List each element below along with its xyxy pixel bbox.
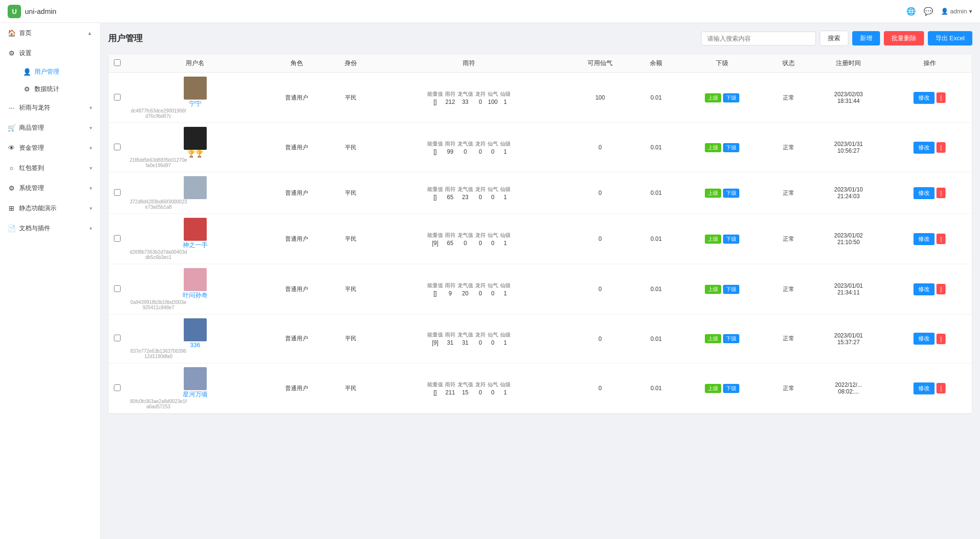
up-button-1[interactable]: 上级 xyxy=(705,143,721,152)
edit-button-2[interactable]: 修改 xyxy=(913,187,935,199)
sidebar-item-system[interactable]: ⚙ 系统管理 ▾ xyxy=(0,178,100,198)
user-name-0[interactable]: 宁宁 xyxy=(130,100,260,108)
edit-button-1[interactable]: 修改 xyxy=(913,142,935,154)
edit-button-4[interactable]: 修改 xyxy=(913,283,935,295)
avail-qi-1: 0 xyxy=(566,123,635,172)
down-button-3[interactable]: 下级 xyxy=(723,235,739,244)
status-1: 正常 xyxy=(767,123,810,172)
table-row: 372d8d4283bd66f3000023e73a05b1a8 普通用户平民 … xyxy=(109,172,972,214)
down-button-2[interactable]: 下级 xyxy=(723,189,739,198)
main-content: 用户管理 搜索 新增 批量删除 导出 Excel 用户名 角色 身份 雨符 xyxy=(100,23,980,539)
actions-4: 修改 | xyxy=(887,264,972,314)
sidebar-item-redpack[interactable]: ○ 红包签到 ▾ xyxy=(0,158,100,178)
up-button-6[interactable]: 上级 xyxy=(705,384,721,393)
col-identity: 身份 xyxy=(329,54,372,73)
col-role: 角色 xyxy=(264,54,329,73)
user-name-6[interactable]: 星河万顷 xyxy=(130,390,260,399)
down-button-5[interactable]: 下级 xyxy=(723,334,739,343)
delete-button-6[interactable]: | xyxy=(936,383,946,393)
app-header: U uni-admin 🌐 💬 👤 admin ▾ xyxy=(0,0,980,23)
sidebar-item-user-management[interactable]: 👤 用户管理 xyxy=(15,63,100,80)
rain-group-6: 能量值 [] 雨符 211 龙气值 15 龙符 0 仙气 0 仙级 1 xyxy=(372,363,566,414)
row-checkbox-0[interactable] xyxy=(114,94,121,101)
chat-icon[interactable]: 💬 xyxy=(924,7,933,16)
sidebar-item-settings[interactable]: ⚙ 设置 xyxy=(0,43,100,63)
delete-button-1[interactable]: | xyxy=(936,142,946,153)
down-button-1[interactable]: 下级 xyxy=(723,143,739,152)
up-button-5[interactable]: 上级 xyxy=(705,334,721,343)
system-icon: ⚙ xyxy=(8,184,15,192)
energy-col: 能量值 [] xyxy=(427,90,443,105)
edit-button-5[interactable]: 修改 xyxy=(913,333,935,345)
row-checkbox-2[interactable] xyxy=(114,189,121,196)
xian-qi-col: 仙气 100 xyxy=(488,90,498,105)
edit-button-0[interactable]: 修改 xyxy=(913,92,935,104)
funds-icon: 👁 xyxy=(8,144,15,152)
subordinate-5: 上级 下级 xyxy=(678,314,767,363)
user-cell-3: 神之一手 d26f8b7363b2d7da00403ddb5c6b3ec1 xyxy=(130,218,260,260)
sidebar-item-data-stats[interactable]: ⚙ 数据统计 xyxy=(15,80,100,98)
user-name-3[interactable]: 神之一手 xyxy=(130,241,260,249)
delete-button-4[interactable]: | xyxy=(936,284,946,294)
down-button-0[interactable]: 下级 xyxy=(723,93,739,102)
batch-delete-button[interactable]: 批量删除 xyxy=(884,31,924,45)
up-button-4[interactable]: 上级 xyxy=(705,285,721,294)
user-cell-0: 宁宁 dc4877fc63dce29001966fd76c9bd07c xyxy=(130,77,260,119)
user-avatar-4 xyxy=(184,268,207,291)
select-all-checkbox[interactable] xyxy=(114,59,121,66)
redpack-icon: ○ xyxy=(8,164,15,172)
user-avatar-1 xyxy=(184,127,207,150)
chevron-down-icon: ▾ xyxy=(969,8,972,15)
dragon-qi-col: 龙气值 33 xyxy=(457,90,473,105)
export-button[interactable]: 导出 Excel xyxy=(928,31,972,45)
user-name-5[interactable]: 336 xyxy=(130,341,260,348)
sidebar-item-goods[interactable]: 🛒 商品管理 ▾ xyxy=(0,118,100,138)
admin-menu[interactable]: 👤 admin ▾ xyxy=(941,8,972,15)
up-button-2[interactable]: 上级 xyxy=(705,189,721,198)
table-row: 宁宁 dc4877fc63dce29001966fd76c9bd07c 普通用户… xyxy=(109,73,972,123)
row-checkbox-5[interactable] xyxy=(114,335,121,341)
up-button-0[interactable]: 上级 xyxy=(705,93,721,102)
home-icon: 🏠 xyxy=(8,29,15,37)
goods-icon: 🛒 xyxy=(8,124,15,132)
delete-button-5[interactable]: | xyxy=(936,334,946,344)
row-checkbox-6[interactable] xyxy=(114,384,121,391)
user-hash-2: 372d8d4283bd66f3000023e73a05b1a8 xyxy=(130,199,187,210)
xian-qi-col: 仙气 0 xyxy=(488,331,498,346)
sidebar-item-static[interactable]: ⊞ 静态功能演示 ▾ xyxy=(0,198,100,218)
user-icon: 👤 xyxy=(941,8,948,15)
dragon-qi-col: 龙气值 0 xyxy=(457,140,473,155)
edit-button-6[interactable]: 修改 xyxy=(913,382,935,394)
sidebar-item-docs[interactable]: 📄 文档与插件 ▾ xyxy=(0,218,100,238)
rain-col: 雨符 99 xyxy=(445,140,456,155)
dragon-qi-col: 龙气值 23 xyxy=(457,186,473,201)
user-cell-1: 🏆🏆 21f8dd5b63d8835b01270efa0e196d97 xyxy=(130,127,260,168)
up-button-3[interactable]: 上级 xyxy=(705,235,721,244)
row-checkbox-1[interactable] xyxy=(114,144,121,150)
status-2: 正常 xyxy=(767,172,810,214)
search-input[interactable] xyxy=(701,32,816,45)
sidebar-item-funds[interactable]: 👁 资金管理 ▾ xyxy=(0,138,100,158)
row-checkbox-4[interactable] xyxy=(114,285,121,292)
user-name-4[interactable]: 叶问孙奇 xyxy=(130,291,260,300)
globe-icon[interactable]: 🌐 xyxy=(906,7,916,16)
edit-button-3[interactable]: 修改 xyxy=(913,233,935,245)
add-button[interactable]: 新增 xyxy=(852,31,880,45)
balance-5: 0.01 xyxy=(635,314,678,363)
delete-button-2[interactable]: | xyxy=(936,188,946,198)
delete-button-0[interactable]: | xyxy=(936,92,946,103)
row-checkbox-3[interactable] xyxy=(114,235,121,242)
sidebar-item-home[interactable]: 🏠 首页 ▲ xyxy=(0,23,100,43)
user-cell-2: 372d8d4283bd66f3000023e73a05b1a8 xyxy=(130,176,260,210)
xian-ji-col: 仙级 1 xyxy=(500,331,511,346)
search-button[interactable]: 搜索 xyxy=(820,31,848,46)
sidebar-item-prayer[interactable]: ··· 祈雨与龙符 ▾ xyxy=(0,98,100,118)
avail-qi-6: 0 xyxy=(566,363,635,414)
down-button-4[interactable]: 下级 xyxy=(723,285,739,294)
xian-qi-col: 仙气 0 xyxy=(488,186,498,201)
delete-button-3[interactable]: | xyxy=(936,234,946,244)
sidebar-home-label: 首页 xyxy=(19,29,32,37)
page-actions: 搜索 新增 批量删除 导出 Excel xyxy=(701,31,972,46)
down-button-6[interactable]: 下级 xyxy=(723,384,739,393)
user-cell-4: 叶问孙奇 0a9439918b3b18bd3003e925411c848e7 xyxy=(130,268,260,310)
